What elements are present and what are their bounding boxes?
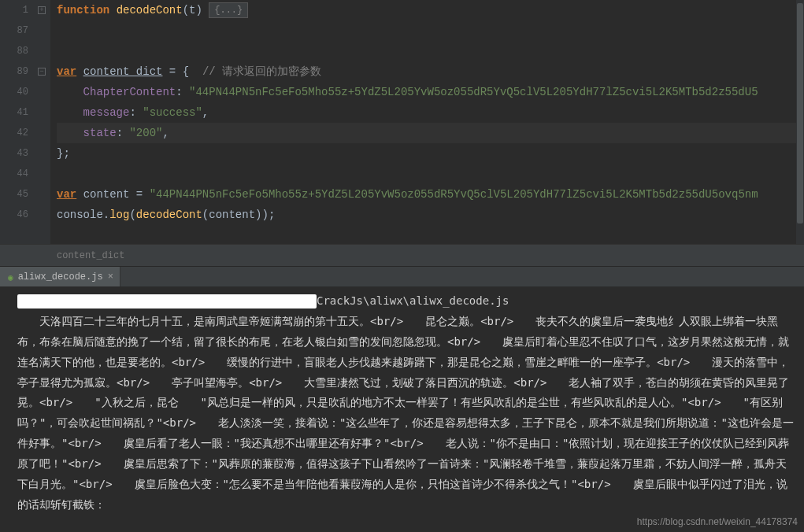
keyword: function (57, 4, 109, 17)
keyword: var (57, 188, 76, 201)
identifier: content_dict (83, 65, 163, 78)
code-line[interactable]: ChapterContent: "44PN44PN5nFc5eFo5Mho55z… (57, 82, 804, 102)
code-line[interactable]: console.log(decodeCont(content)); (57, 205, 804, 225)
file-path: CrackJs\aliwx\aliwx_decode.js (317, 294, 509, 307)
identifier: content (83, 188, 130, 201)
line-gutter: 1 87 88 89 40 41 42 43 44 45 46 (0, 0, 35, 244)
code-line[interactable] (57, 164, 804, 184)
code-line[interactable]: var content_dict = { // 请求返回的加密参数 (57, 61, 804, 82)
code-area[interactable]: function decodeCont(t) {...} var content… (50, 0, 804, 244)
fold-marker-icon[interactable]: + (38, 6, 46, 14)
line-number: 45 (0, 184, 28, 205)
comment: // 请求返回的加密参数 (202, 65, 321, 78)
params: (t) (183, 4, 209, 17)
close-tab-icon[interactable]: × (108, 272, 113, 283)
string: "200" (129, 127, 162, 139)
code-line[interactable]: var content = "44PN44PN5nFc5eFo5Mho55z+5… (57, 184, 804, 205)
string: "44PN44PN5nFc5eFo5Mho55z+5YdZ5L205YvW5oz… (150, 188, 758, 201)
line-number: 87 (0, 20, 28, 41)
line-number: 89 (0, 61, 28, 82)
code-line[interactable] (57, 20, 804, 41)
fold-marker-icon[interactable]: − (38, 68, 46, 76)
breadcrumb-item[interactable]: content_dict (57, 250, 124, 261)
line-number: 1 (0, 0, 28, 20)
console-output: 天洛四百二十三年的七月十五，是南周武皇帝姬满驾崩的第十五天。<br/> 昆仑之巅… (17, 312, 796, 515)
vertical-scrollbar[interactable] (796, 0, 804, 244)
line-number: 44 (0, 164, 28, 184)
fold-placeholder[interactable]: {...} (209, 2, 248, 18)
js-file-icon: ◉ (8, 272, 13, 283)
tab-label: aliwx_decode.js (18, 272, 103, 283)
code-line[interactable]: function decodeCont(t) {...} (57, 0, 804, 20)
line-number: 41 (0, 102, 28, 123)
string: "44PN44PN5nFc5eFo5Mho55z+5YdZ5L205YvW5oz… (189, 86, 758, 98)
code-line[interactable]: }; (57, 143, 804, 164)
console-panel[interactable]: CrackJs\aliwx\aliwx_decode.js 天洛四百二十三年的七… (0, 286, 804, 532)
tab-bar: ◉ aliwx_decode.js × (0, 266, 804, 286)
line-number: 46 (0, 205, 28, 225)
line-number: 88 (0, 41, 28, 61)
keyword: var (57, 65, 76, 78)
redacted-path (17, 294, 317, 308)
line-number: 40 (0, 82, 28, 102)
line-number: 43 (0, 143, 28, 164)
property: state (83, 127, 117, 139)
function-name: decodeCont (117, 4, 183, 17)
property: ChapterContent (83, 86, 176, 98)
fold-column: + − (35, 0, 50, 244)
code-line[interactable]: message: "success", (57, 102, 804, 123)
line-number: 42 (0, 123, 28, 143)
file-tab[interactable]: ◉ aliwx_decode.js × (0, 267, 120, 287)
scrollbar-thumb[interactable] (797, 3, 803, 224)
code-line-current[interactable]: state: "200", (57, 123, 804, 143)
breadcrumb[interactable]: content_dict (0, 244, 804, 266)
string: "success" (143, 106, 202, 119)
code-editor[interactable]: 1 87 88 89 40 41 42 43 44 45 46 + − func… (0, 0, 804, 244)
console-path-line: CrackJs\aliwx\aliwx_decode.js (17, 291, 796, 312)
property: message (83, 106, 130, 119)
code-line[interactable] (57, 41, 804, 61)
